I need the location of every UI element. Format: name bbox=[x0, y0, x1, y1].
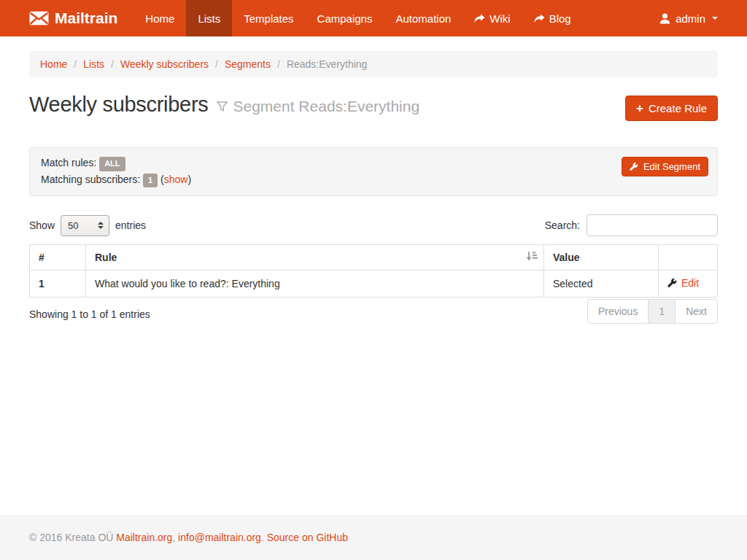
breadcrumb-segments[interactable]: Segments bbox=[225, 58, 271, 70]
breadcrumb: Home / Lists / Weekly subscribers / Segm… bbox=[29, 51, 718, 77]
select-arrows-icon bbox=[98, 222, 104, 229]
plus-icon: + bbox=[636, 104, 643, 114]
chevron-down-icon bbox=[712, 17, 718, 20]
wrench-icon bbox=[667, 279, 677, 288]
rule-number: 1 bbox=[30, 271, 86, 298]
table-row: 1 What would you like to read?: Everythi… bbox=[30, 271, 718, 298]
matching-subscribers-label: Matching subscribers: bbox=[41, 174, 140, 185]
nav-item-home[interactable]: Home bbox=[133, 0, 186, 36]
main-nav: Home Lists Templates Campaigns Automatio… bbox=[133, 0, 582, 36]
nav-item-campaigns[interactable]: Campaigns bbox=[306, 0, 384, 36]
table-footer: Showing 1 to 1 of 1 entries Previous 1 N… bbox=[29, 299, 718, 324]
pagination: Previous 1 Next bbox=[587, 299, 718, 324]
brand-name: Mailtrain bbox=[55, 9, 117, 27]
match-rules-badge: ALL bbox=[99, 157, 125, 171]
footer: © 2016 Kreata OÜ Mailtrain.org, info@mai… bbox=[0, 515, 747, 560]
navbar: Mailtrain Home Lists Templates Campaigns… bbox=[0, 0, 747, 36]
segment-summary-panel: Match rules: ALL Matching subscribers: 1… bbox=[29, 147, 718, 196]
user-icon bbox=[659, 13, 670, 24]
breadcrumb-home[interactable]: Home bbox=[40, 58, 67, 70]
rule-value: Selected bbox=[544, 271, 659, 298]
email-link[interactable]: info@mailtrain.org bbox=[178, 532, 261, 543]
page-title: Weekly subscribers bbox=[29, 93, 208, 117]
paren-close: ) bbox=[187, 174, 191, 185]
breadcrumb-separator: / bbox=[277, 58, 280, 70]
nav-item-wiki[interactable]: Wiki bbox=[462, 0, 522, 36]
header-rule[interactable]: Rule bbox=[86, 245, 544, 271]
copyright-text: © 2016 Kreata OÜ bbox=[29, 532, 113, 543]
pagination-page-1[interactable]: 1 bbox=[648, 299, 676, 324]
nav-item-automation[interactable]: Automation bbox=[384, 0, 462, 36]
user-name: admin bbox=[676, 12, 705, 25]
search-label: Search: bbox=[545, 219, 580, 231]
nav-item-blog[interactable]: Blog bbox=[522, 0, 583, 36]
page-header: Weekly subscribers Segment Reads:Everyth… bbox=[29, 93, 718, 121]
segment-subtitle: Segment Reads:Everything bbox=[217, 98, 419, 115]
matching-count-badge: 1 bbox=[143, 174, 158, 188]
entries-label: entries bbox=[115, 219, 146, 231]
pagination-next[interactable]: Next bbox=[675, 299, 718, 324]
breadcrumb-separator: / bbox=[111, 58, 114, 70]
external-link-arrow-icon bbox=[474, 14, 485, 23]
filter-funnel-icon bbox=[217, 101, 228, 112]
rules-table: # Rule Value bbox=[29, 244, 718, 298]
breadcrumb-current: Reads:Everything bbox=[287, 58, 368, 70]
breadcrumb-weekly-subscribers[interactable]: Weekly subscribers bbox=[120, 58, 209, 70]
page-size-value: 50 bbox=[68, 220, 78, 231]
source-github-link[interactable]: Source on GitHub bbox=[267, 532, 348, 543]
mailtrain-org-link[interactable]: Mailtrain.org bbox=[116, 532, 172, 543]
envelope-icon bbox=[29, 11, 49, 26]
match-rules-label: Match rules: bbox=[41, 157, 96, 168]
wrench-icon bbox=[630, 163, 638, 171]
breadcrumb-separator: / bbox=[74, 58, 77, 70]
pagination-previous[interactable]: Previous bbox=[587, 299, 649, 324]
external-link-arrow-icon bbox=[534, 14, 545, 23]
nav-item-templates[interactable]: Templates bbox=[232, 0, 305, 36]
nav-item-lists[interactable]: Lists bbox=[186, 0, 232, 36]
edit-segment-button[interactable]: Edit Segment bbox=[622, 157, 708, 176]
header-num[interactable]: # bbox=[30, 245, 86, 271]
sort-amount-icon bbox=[526, 252, 538, 264]
header-value[interactable]: Value bbox=[544, 245, 659, 271]
entries-info: Showing 1 to 1 of 1 entries bbox=[29, 303, 150, 320]
brand-logo[interactable]: Mailtrain bbox=[29, 0, 117, 36]
create-rule-button[interactable]: + Create Rule bbox=[625, 96, 718, 121]
breadcrumb-lists[interactable]: Lists bbox=[83, 58, 104, 70]
breadcrumb-separator: / bbox=[215, 58, 218, 70]
table-controls: Show 50 entries Search: bbox=[29, 214, 718, 236]
show-label: Show bbox=[29, 219, 55, 231]
table-header-row: # Rule Value bbox=[30, 245, 718, 271]
search-input[interactable] bbox=[587, 214, 718, 236]
show-subscribers-link[interactable]: show bbox=[164, 174, 188, 185]
header-action bbox=[659, 245, 718, 271]
page-size-select[interactable]: 50 bbox=[61, 215, 109, 236]
rule-description: What would you like to read?: Everything bbox=[86, 271, 544, 298]
user-menu[interactable]: admin bbox=[659, 0, 718, 36]
edit-rule-link[interactable]: Edit bbox=[667, 277, 699, 289]
